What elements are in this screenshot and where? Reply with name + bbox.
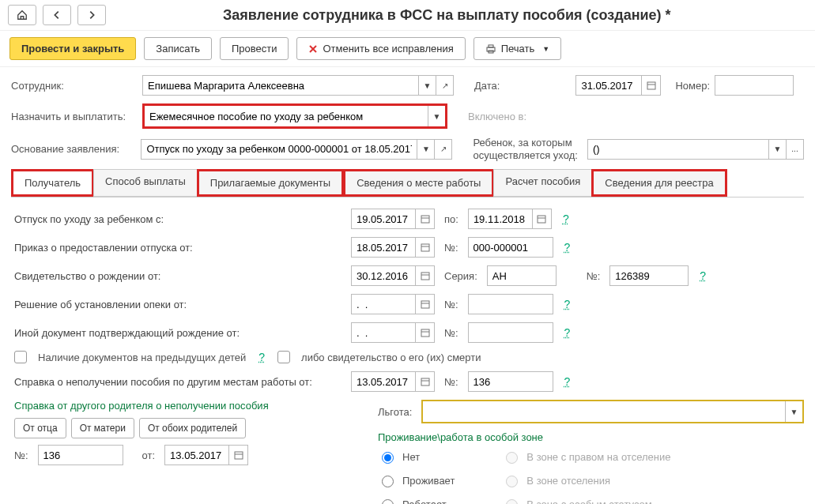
- leave-to-input[interactable]: [468, 209, 533, 229]
- tab-calc[interactable]: Расчет пособия: [493, 169, 592, 197]
- custody-from-cal[interactable]: [416, 294, 435, 314]
- cancel-fix-button[interactable]: Отменить все исправления: [296, 37, 465, 60]
- assign-label: Назначить и выплатить:: [11, 111, 138, 122]
- help-icon[interactable]: ?: [564, 375, 571, 388]
- svg-rect-9: [421, 244, 429, 251]
- other-doc-label: Иной документ подтверждающий рождение от…: [14, 327, 346, 339]
- other-no-input[interactable]: [468, 322, 553, 343]
- tab-work[interactable]: Сведения о месте работы: [343, 169, 494, 197]
- birth-from-input[interactable]: [351, 265, 416, 286]
- birth-seria-input[interactable]: [487, 265, 557, 286]
- help-icon[interactable]: ?: [700, 269, 706, 282]
- calendar-icon: [421, 328, 430, 337]
- birth-no-input[interactable]: [609, 265, 689, 286]
- other-from-input[interactable]: [351, 322, 416, 343]
- svg-rect-1: [489, 45, 493, 47]
- custody-from-input[interactable]: [351, 294, 416, 314]
- tab-payment[interactable]: Способ выплаты: [93, 169, 198, 197]
- leave-from-label: Отпуск по уходу за ребенком с:: [14, 213, 346, 225]
- child-dropdown[interactable]: ▼: [769, 139, 787, 160]
- assign-dropdown[interactable]: ▼: [428, 106, 445, 126]
- home-icon: [17, 9, 28, 21]
- other-from-cal[interactable]: [416, 322, 435, 343]
- zone-no-radio[interactable]: Нет: [378, 449, 455, 464]
- from-mother-button[interactable]: От матери: [71, 418, 134, 438]
- post-button[interactable]: Провести: [220, 37, 289, 60]
- zone-header: Проживание\работа в особой зоне: [378, 431, 804, 443]
- parent-no-label: №:: [14, 449, 28, 461]
- ref-other-no-input[interactable]: [468, 371, 553, 392]
- child-input[interactable]: [587, 139, 769, 160]
- benefit-input[interactable]: [423, 401, 785, 422]
- open-button[interactable]: ↗: [436, 75, 454, 96]
- dropdown-button[interactable]: ▼: [419, 75, 436, 96]
- prev-docs-label: Наличие документов на предыдущих детей: [38, 352, 246, 363]
- custody-no-input[interactable]: [468, 294, 553, 314]
- page-title: Заявление сотрудника в ФСС на выплату по…: [223, 7, 671, 24]
- tab-registry[interactable]: Сведения для реестра: [591, 169, 726, 197]
- ref-parent-link: Справка от другого родителя о неполучени…: [14, 400, 346, 412]
- assign-input[interactable]: [145, 106, 428, 126]
- cancel-icon: [308, 44, 318, 54]
- death-cert-checkbox[interactable]: [277, 351, 290, 363]
- birth-no-label: №:: [587, 270, 601, 282]
- zone-lives-radio[interactable]: Проживает: [378, 473, 455, 487]
- custody-no-label: №:: [444, 299, 458, 310]
- calendar-icon: [421, 271, 430, 280]
- basis-input[interactable]: [141, 139, 417, 160]
- birth-label: Свидетельство о рождении от:: [14, 270, 346, 282]
- order-from-input[interactable]: [351, 237, 416, 258]
- post-close-button[interactable]: Провести и закрыть: [9, 37, 136, 60]
- order-from-cal[interactable]: [416, 237, 435, 258]
- ref-other-cal[interactable]: [416, 371, 435, 392]
- child-more[interactable]: ...: [787, 139, 804, 160]
- zone-right-radio: В зоне с правом на отселение: [502, 449, 804, 464]
- basis-label: Основание заявления:: [11, 143, 136, 155]
- help-icon[interactable]: ?: [564, 298, 571, 310]
- help-icon[interactable]: ?: [563, 213, 569, 225]
- tab-recipient[interactable]: Получатель: [11, 169, 94, 197]
- svg-rect-15: [421, 329, 429, 337]
- parent-no-input[interactable]: [38, 445, 123, 465]
- order-no-input[interactable]: [468, 237, 553, 258]
- date-input[interactable]: [575, 75, 642, 96]
- home-button[interactable]: [8, 5, 36, 25]
- arrow-right-icon: [86, 9, 97, 21]
- help-icon[interactable]: ?: [258, 351, 265, 363]
- back-button[interactable]: [43, 5, 71, 25]
- birth-from-cal[interactable]: [416, 265, 435, 286]
- employee-input[interactable]: [142, 75, 419, 96]
- calendar-button[interactable]: [642, 75, 661, 96]
- tab-docs[interactable]: Прилагаемые документы: [197, 169, 344, 197]
- svg-rect-5: [421, 216, 429, 223]
- calendar-icon: [234, 450, 243, 460]
- svg-rect-19: [235, 452, 243, 459]
- save-button[interactable]: Записать: [144, 37, 212, 60]
- basis-open[interactable]: ↗: [435, 139, 452, 160]
- birth-seria-label: Серия:: [444, 270, 477, 282]
- calendar-icon: [421, 299, 430, 309]
- from-both-button[interactable]: От обоих родителей: [139, 418, 246, 438]
- parent-from-input[interactable]: [164, 445, 229, 465]
- parent-from-cal[interactable]: [229, 445, 248, 465]
- prev-docs-checkbox[interactable]: [14, 351, 27, 363]
- svg-rect-11: [421, 273, 429, 280]
- ref-other-from-input[interactable]: [351, 371, 416, 392]
- benefit-dropdown[interactable]: ▼: [785, 401, 802, 422]
- number-input[interactable]: [715, 75, 794, 96]
- child-label: Ребенок, за которым осуществляется уход:: [473, 137, 583, 161]
- forward-button[interactable]: [77, 5, 106, 25]
- from-father-button[interactable]: От отца: [14, 418, 66, 438]
- basis-dropdown[interactable]: ▼: [417, 139, 435, 160]
- leave-from-input[interactable]: [351, 209, 416, 229]
- date-label: Дата:: [474, 80, 500, 92]
- print-button[interactable]: Печать ▼: [474, 37, 562, 60]
- leave-to-cal[interactable]: [533, 209, 552, 229]
- arrow-left-icon: [51, 9, 62, 21]
- svg-rect-7: [538, 216, 545, 223]
- zone-works-radio[interactable]: Работает: [378, 497, 455, 504]
- help-icon[interactable]: ?: [564, 326, 571, 339]
- calendar-icon: [421, 377, 430, 386]
- leave-from-cal[interactable]: [416, 209, 435, 229]
- help-icon[interactable]: ?: [564, 241, 571, 254]
